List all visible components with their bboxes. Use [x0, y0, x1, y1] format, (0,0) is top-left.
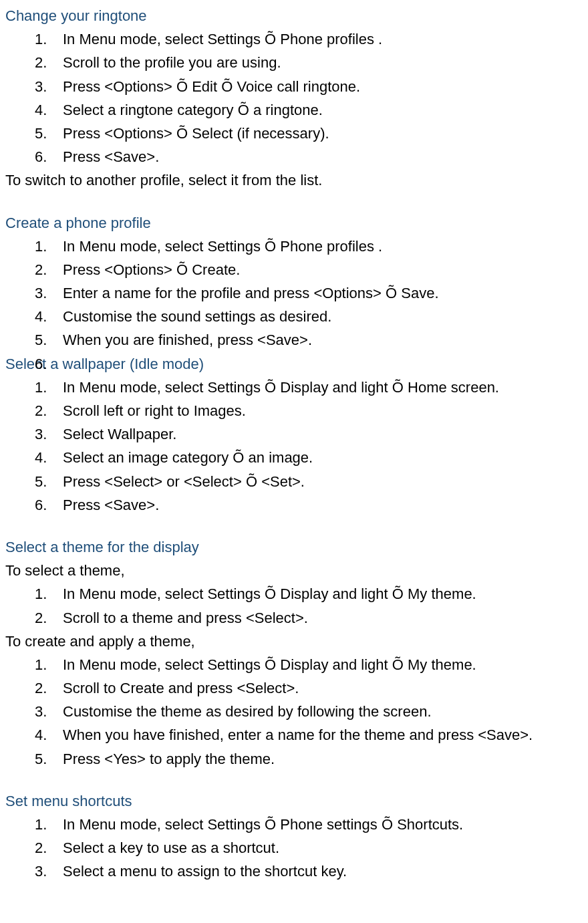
list-item: Press <Yes> to apply the theme. — [57, 747, 583, 771]
list-item: Press <Select> or <Select> Õ <Set>. — [57, 470, 583, 493]
numbered-list: In Menu mode, select Settings Õ Phone pr… — [5, 235, 583, 352]
list-item: Press <Options> Õ Edit Õ Voice call ring… — [57, 75, 583, 98]
list-item: In Menu mode, select Settings Õ Phone pr… — [57, 27, 583, 51]
list-item: Select a menu to assign to the shortcut … — [57, 860, 583, 883]
numbered-list: In Menu mode, select Settings Õ Display … — [5, 376, 583, 517]
list-item: Scroll left or right to Images. — [57, 399, 583, 422]
list-item: Press <Options> Õ Create. — [57, 258, 583, 281]
list-item: Select Wallpaper. — [57, 422, 583, 446]
numbered-list: In Menu mode, select Settings Õ Phone se… — [5, 813, 583, 884]
section-heading: Select a wallpaper (Idle mode) — [5, 352, 583, 376]
list-item: Customise the sound settings as desired. — [57, 305, 583, 328]
section-heading: Change your ringtone — [5, 4, 583, 27]
section-heading: Select a theme for the display — [5, 535, 583, 559]
list-item: When you are finished, press <Save>. — [57, 328, 583, 352]
numbered-list: In Menu mode, select Settings Õ Display … — [5, 582, 583, 629]
list-item: Scroll to a theme and press <Select>. — [57, 606, 583, 630]
list-item: Select a key to use as a shortcut. — [57, 836, 583, 860]
list-item: Enter a name for the profile and press <… — [57, 281, 583, 305]
list-item: In Menu mode, select Settings Õ Display … — [57, 582, 583, 606]
section-heading: Set menu shortcuts — [5, 789, 583, 813]
list-item: When you have finished, enter a name for… — [57, 723, 583, 747]
section-intro: To create and apply a theme, — [5, 630, 583, 653]
numbered-list: In Menu mode, select Settings Õ Display … — [5, 653, 583, 771]
list-item: Scroll to the profile you are using. — [57, 51, 583, 74]
list-item: In Menu mode, select Settings Õ Phone se… — [57, 813, 583, 836]
list-item: Press <Save>. — [57, 493, 583, 517]
list-item: Press <Save>. — [57, 145, 583, 168]
list-item: Press <Options> Õ Select (if necessary). — [57, 122, 583, 145]
section-intro: To select a theme, — [5, 559, 583, 582]
section-heading: Create a phone profile — [5, 211, 583, 235]
section-outro: To switch to another profile, select it … — [5, 168, 583, 192]
list-item: Select a ringtone category Õ a ringtone. — [57, 98, 583, 122]
list-item: In Menu mode, select Settings Õ Display … — [57, 376, 583, 399]
list-item: Select an image category Õ an image. — [57, 446, 583, 469]
list-item: In Menu mode, select Settings Õ Phone pr… — [57, 235, 583, 258]
list-item: In Menu mode, select Settings Õ Display … — [57, 653, 583, 676]
numbered-list: In Menu mode, select Settings Õ Phone pr… — [5, 27, 583, 168]
list-item: Scroll to Create and press <Select>. — [57, 676, 583, 700]
list-item: Customise the theme as desired by follow… — [57, 700, 583, 723]
